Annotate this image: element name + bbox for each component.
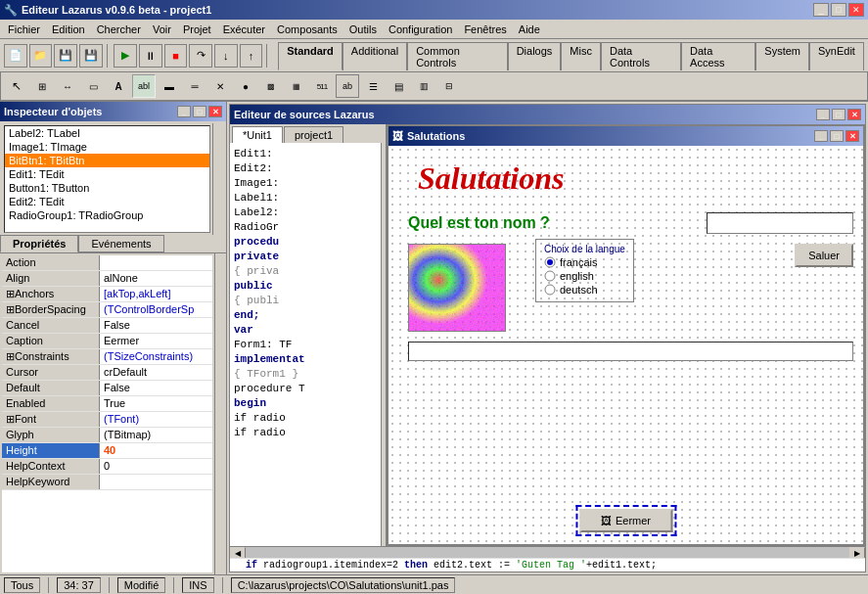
comp-icon-4[interactable]: A: [107, 74, 130, 98]
comp-icon-1[interactable]: ⊞: [30, 74, 54, 98]
prop-value-cancel[interactable]: False: [100, 318, 212, 333]
menu-voir[interactable]: Voir: [147, 22, 177, 37]
prop-value-font[interactable]: (TFont): [100, 412, 212, 427]
pause-button[interactable]: ⏸: [139, 44, 162, 68]
obj-item-button1[interactable]: Button1: TButton: [5, 181, 209, 195]
horizontal-scrollbar[interactable]: ◀ ▶: [230, 546, 865, 558]
comp-icon-5[interactable]: abl: [132, 74, 156, 98]
step-out-button[interactable]: ↑: [240, 44, 263, 68]
comp-icon-9[interactable]: ●: [234, 74, 257, 98]
radio-deutsch[interactable]: deutsch: [544, 284, 625, 296]
menu-projet[interactable]: Projet: [177, 22, 217, 37]
prop-value-anchors[interactable]: [akTop,akLeft]: [100, 287, 212, 301]
prop-value-constraints[interactable]: (TSizeConstraints): [100, 349, 212, 364]
maximize-button[interactable]: □: [831, 3, 846, 17]
prop-value-helpkeyword[interactable]: [100, 475, 212, 489]
open-button[interactable]: 📁: [29, 44, 53, 68]
menu-chercher[interactable]: Chercher: [91, 22, 147, 37]
prop-value-helpcontext[interactable]: 0: [100, 459, 212, 474]
menu-edition[interactable]: Edition: [46, 22, 91, 37]
code-line-10: public: [234, 279, 377, 294]
obj-item-image1[interactable]: Image1: TImage: [5, 140, 209, 154]
palette-tab-common-controls[interactable]: Common Controls: [407, 42, 507, 70]
sal-minimize[interactable]: _: [814, 130, 828, 142]
inspector-maximize[interactable]: □: [193, 106, 206, 117]
source-editor-maximize[interactable]: □: [832, 109, 845, 120]
new-button[interactable]: 📄: [4, 44, 27, 68]
radio-francais[interactable]: français: [544, 256, 625, 268]
obj-item-label2[interactable]: Label2: TLabel: [5, 126, 209, 140]
palette-tab-synedit[interactable]: SynEdit: [809, 42, 864, 70]
source-tab-unit1[interactable]: *Unit1: [232, 126, 283, 143]
palette-tab-additional[interactable]: Additional: [343, 42, 407, 70]
save-all-button[interactable]: 💾: [79, 44, 103, 68]
prop-value-default[interactable]: False: [100, 381, 212, 395]
prop-value-height[interactable]: 40: [100, 443, 212, 458]
source-editor-close[interactable]: ✕: [847, 109, 861, 120]
prop-value-enabled[interactable]: True: [100, 396, 212, 411]
prop-value-glyph[interactable]: (TBitmap): [100, 428, 212, 442]
prop-value-borderspacing[interactable]: (TControlBorderSp: [100, 302, 212, 317]
palette-tab-data-access[interactable]: Data Access: [681, 42, 755, 70]
palette-tab-dialogs[interactable]: Dialogs: [508, 42, 562, 70]
comp-icon-15[interactable]: ▤: [387, 74, 410, 98]
prop-value-align[interactable]: alNone: [100, 271, 212, 286]
menu-executer[interactable]: Exécuter: [217, 22, 271, 37]
menu-outils[interactable]: Outils: [343, 22, 383, 37]
comp-icon-8[interactable]: ✕: [208, 74, 232, 98]
obj-item-radiogroup1[interactable]: RadioGroup1: TRadioGroup: [5, 208, 209, 222]
menu-fichier[interactable]: Fichier: [2, 22, 46, 37]
prop-grid-scrollbar[interactable]: [214, 253, 226, 574]
palette-tab-misc[interactable]: Misc: [561, 42, 601, 70]
comp-icon-10[interactable]: ▩: [259, 74, 283, 98]
obj-item-edit2[interactable]: Edit2: TEdit: [5, 195, 209, 208]
save-button[interactable]: 💾: [54, 44, 77, 68]
palette-tab-data-controls[interactable]: Data Controls: [601, 42, 681, 70]
prop-value-action[interactable]: [100, 255, 212, 270]
properties-grid: Action Align alNone ⊞Anchors [akTop,akLe…: [2, 255, 212, 572]
comp-icon-17[interactable]: ⊟: [437, 74, 461, 98]
obj-item-bitbtn1[interactable]: BitBtn1: TBitBtn: [5, 154, 209, 167]
form-designer[interactable]: 🖼 Salutations _ □ ✕: [387, 124, 865, 546]
palette-tab-standard[interactable]: Standard: [278, 42, 343, 70]
comp-icon-11[interactable]: ▦: [285, 74, 308, 98]
menu-aide[interactable]: Aide: [513, 22, 546, 37]
comp-icon-3[interactable]: ▭: [81, 74, 105, 98]
source-editor-minimize[interactable]: _: [816, 109, 830, 120]
stop-button[interactable]: ■: [164, 44, 188, 68]
comp-icon-14[interactable]: ☰: [361, 74, 385, 98]
source-tab-project1[interactable]: project1: [284, 126, 343, 143]
menu-fenetres[interactable]: Fenêtres: [458, 22, 512, 37]
radio-english[interactable]: english: [544, 270, 625, 282]
comp-icon-16[interactable]: ▥: [412, 74, 435, 98]
menu-configuration[interactable]: Configuration: [383, 22, 458, 37]
prop-value-cursor[interactable]: crDefault: [100, 365, 212, 380]
palette-tab-system[interactable]: System: [755, 42, 809, 70]
tab-proprietes[interactable]: Propriétés: [0, 235, 78, 252]
comp-icon-13[interactable]: ab: [336, 74, 359, 98]
tab-evenements[interactable]: Evénements: [78, 235, 163, 252]
step-over-button[interactable]: ↷: [189, 44, 212, 68]
sal-close[interactable]: ✕: [845, 130, 859, 142]
name-input[interactable]: [707, 212, 853, 234]
code-editor[interactable]: Edit1: Edit2: Image1: Label1: Label2: Ra…: [230, 143, 382, 546]
saluer-button[interactable]: Saluer: [795, 244, 853, 267]
minimize-button[interactable]: _: [813, 3, 829, 17]
run-button[interactable]: ▶: [114, 44, 137, 68]
prop-value-caption[interactable]: Eermer: [100, 334, 212, 348]
sal-maximize[interactable]: □: [830, 130, 844, 142]
obj-item-edit1[interactable]: Edit1: TEdit: [5, 167, 209, 181]
close-button[interactable]: ✕: [848, 3, 864, 17]
comp-icon-7[interactable]: ═: [183, 74, 206, 98]
comp-icon-2[interactable]: ↔: [56, 74, 79, 98]
inspector-close[interactable]: ✕: [208, 106, 222, 117]
step-into-button[interactable]: ↓: [214, 44, 238, 68]
inspector-minimize[interactable]: _: [177, 106, 191, 117]
comp-icon-6[interactable]: ▬: [158, 74, 181, 98]
comp-icon-12[interactable]: 511: [310, 74, 334, 98]
close-button[interactable]: 🖼 Eermer: [579, 509, 672, 532]
menu-composants[interactable]: Composants: [271, 22, 343, 37]
edit2-field[interactable]: [408, 342, 853, 361]
object-list-scrollbar[interactable]: [212, 123, 224, 235]
pointer-tool[interactable]: ↖: [5, 74, 28, 98]
